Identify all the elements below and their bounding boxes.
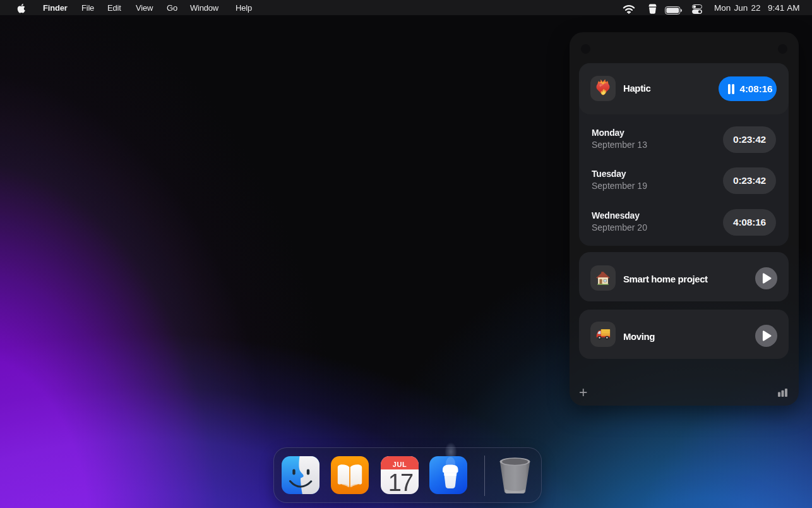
svg-text:17: 17 xyxy=(388,469,413,495)
svg-text:JUL: JUL xyxy=(393,461,407,468)
